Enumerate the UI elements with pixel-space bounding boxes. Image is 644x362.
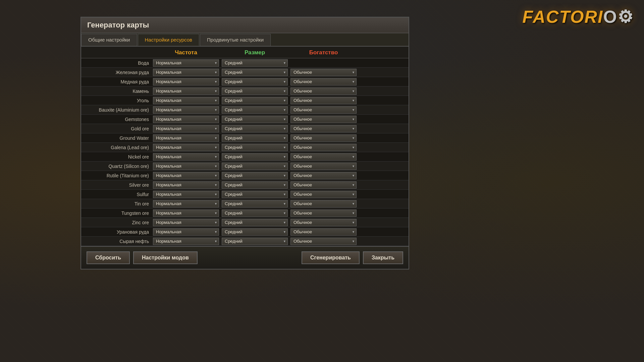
size-dropdown[interactable]: Средний [222, 228, 288, 236]
resource-label: Tungsten ore [81, 209, 152, 217]
table-row: Железная рудаНормальнаяСреднийОбычное [81, 68, 409, 77]
richness-dropdown[interactable]: Обычное [290, 125, 357, 132]
size-dropdown[interactable]: Средний [222, 134, 288, 142]
frequency-dropdown[interactable]: Нормальная [153, 219, 219, 226]
resource-label: Quartz (Silicon ore) [81, 163, 152, 170]
richness-dropdown[interactable]: Обычное [290, 191, 357, 198]
richness-dropdown[interactable]: Обычное [290, 106, 357, 114]
mod-settings-button[interactable]: Настройки модов [133, 251, 198, 264]
size-dropdown[interactable]: Средний [222, 153, 288, 161]
size-dropdown[interactable]: Средний [222, 172, 288, 179]
size-dropdown[interactable]: Средний [222, 69, 288, 76]
frequency-dropdown[interactable]: Нормальная [153, 163, 219, 170]
tab-advanced[interactable]: Продвинутые настройки [200, 34, 271, 46]
col-rich: Богатство [289, 49, 358, 57]
size-dropdown[interactable]: Средний [222, 144, 288, 151]
richness-dropdown[interactable]: Обычное [290, 78, 357, 85]
size-dropdown[interactable]: Средний [222, 238, 288, 245]
resource-label: Gemstones [81, 116, 152, 123]
richness-dropdown[interactable]: Обычное [290, 69, 357, 76]
size-dropdown[interactable]: Средний [222, 97, 288, 104]
richness-dropdown[interactable]: Обычное [290, 238, 357, 245]
frequency-dropdown[interactable]: Нормальная [153, 238, 219, 245]
table-row: Quartz (Silicon ore)НормальнаяСреднийОбы… [81, 162, 409, 171]
richness-dropdown[interactable]: Обычное [290, 144, 357, 151]
size-dropdown[interactable]: Средний [222, 59, 288, 67]
richness-dropdown[interactable]: Обычное [290, 200, 357, 207]
col-label [81, 49, 152, 57]
col-freq: Частота [152, 49, 220, 57]
frequency-dropdown[interactable]: Нормальная [153, 97, 219, 104]
richness-dropdown[interactable]: Обычное [290, 134, 357, 142]
table-row: Zinc oreНормальнаяСреднийОбычное [81, 218, 409, 227]
size-dropdown[interactable]: Средний [222, 219, 288, 226]
frequency-dropdown[interactable]: Нормальная [153, 106, 219, 114]
richness-dropdown[interactable]: Обычное [290, 116, 357, 123]
richness-dropdown[interactable]: Обычное [290, 172, 357, 179]
size-dropdown[interactable]: Средний [222, 181, 288, 189]
frequency-dropdown[interactable]: Нормальная [153, 134, 219, 142]
table-row: Tungsten oreНормальнаяСреднийОбычное [81, 208, 409, 218]
resource-label: Silver ore [81, 181, 152, 189]
factorio-logo: FACTORIO⚙ [522, 7, 634, 27]
frequency-dropdown[interactable]: Нормальная [153, 87, 219, 95]
footer-right-buttons: Сгенерировать Закрыть [302, 251, 403, 264]
frequency-dropdown[interactable]: Нормальная [153, 200, 219, 207]
resource-label: Уголь [81, 97, 152, 104]
resource-label: Вода [81, 59, 152, 67]
resource-label: Ground Water [81, 134, 152, 142]
dialog-title: Генератор карты [81, 17, 409, 33]
frequency-dropdown[interactable]: Нормальная [153, 181, 219, 189]
richness-dropdown[interactable]: Обычное [290, 87, 357, 95]
table-row: КаменьНормальнаяСреднийОбычное [81, 86, 409, 96]
frequency-dropdown[interactable]: Нормальная [153, 69, 219, 76]
close-button[interactable]: Закрыть [363, 251, 403, 264]
table-row: Rutile (Titanium ore)НормальнаяСреднийОб… [81, 171, 409, 180]
richness-dropdown[interactable]: Обычное [290, 219, 357, 226]
table-row: Gold oreНормальнаяСреднийОбычное [81, 124, 409, 133]
size-dropdown[interactable]: Средний [222, 106, 288, 114]
size-dropdown[interactable]: Средний [222, 209, 288, 217]
resource-rows: ВодаНормальнаяСреднийЖелезная рудаНормал… [81, 58, 409, 246]
richness-dropdown[interactable]: Обычное [290, 181, 357, 189]
reset-button[interactable]: Сбросить [87, 251, 130, 264]
size-dropdown[interactable]: Средний [222, 163, 288, 170]
resource-label: Сырая нефть [81, 238, 152, 245]
col-size: Размер [220, 49, 289, 57]
size-dropdown[interactable]: Средний [222, 125, 288, 132]
richness-dropdown[interactable]: Обычное [290, 97, 357, 104]
resource-label: Galena (Lead ore) [81, 144, 152, 151]
frequency-dropdown[interactable]: Нормальная [153, 59, 219, 67]
frequency-dropdown[interactable]: Нормальная [153, 78, 219, 85]
table-row: Медная рудаНормальнаяСреднийОбычное [81, 77, 409, 86]
richness-dropdown[interactable]: Обычное [290, 228, 357, 236]
table-row: Ground WaterНормальнаяСреднийОбычное [81, 133, 409, 143]
resource-label: Gold ore [81, 125, 152, 132]
frequency-dropdown[interactable]: Нормальная [153, 125, 219, 132]
tab-resources[interactable]: Настройки ресурсов [138, 34, 200, 46]
table-row: GemstonesНормальнаяСреднийОбычное [81, 115, 409, 124]
table-row: Сырая нефтьНормальнаяСреднийОбычное [81, 237, 409, 246]
size-dropdown[interactable]: Средний [222, 78, 288, 85]
frequency-dropdown[interactable]: Нормальная [153, 153, 219, 161]
tab-general[interactable]: Общие настройки [81, 34, 137, 46]
size-dropdown[interactable]: Средний [222, 200, 288, 207]
generate-button[interactable]: Сгенерировать [302, 251, 360, 264]
size-dropdown[interactable]: Средний [222, 116, 288, 123]
tab-content: Частота Размер Богатство ВодаНормальнаяС… [81, 47, 409, 246]
size-dropdown[interactable]: Средний [222, 87, 288, 95]
richness-dropdown[interactable]: Обычное [290, 209, 357, 217]
size-dropdown[interactable]: Средний [222, 191, 288, 198]
richness-dropdown[interactable]: Обычное [290, 153, 357, 161]
frequency-dropdown[interactable]: Нормальная [153, 172, 219, 179]
richness-dropdown[interactable]: Обычное [290, 163, 357, 170]
resource-label: Bauxite (Aluminium ore) [81, 106, 152, 114]
frequency-dropdown[interactable]: Нормальная [153, 209, 219, 217]
resource-label: Tin ore [81, 200, 152, 207]
frequency-dropdown[interactable]: Нормальная [153, 116, 219, 123]
resource-label: Rutile (Titanium ore) [81, 172, 152, 179]
frequency-dropdown[interactable]: Нормальная [153, 191, 219, 198]
table-row: Silver oreНормальнаяСреднийОбычное [81, 180, 409, 190]
frequency-dropdown[interactable]: Нормальная [153, 144, 219, 151]
frequency-dropdown[interactable]: Нормальная [153, 228, 219, 236]
